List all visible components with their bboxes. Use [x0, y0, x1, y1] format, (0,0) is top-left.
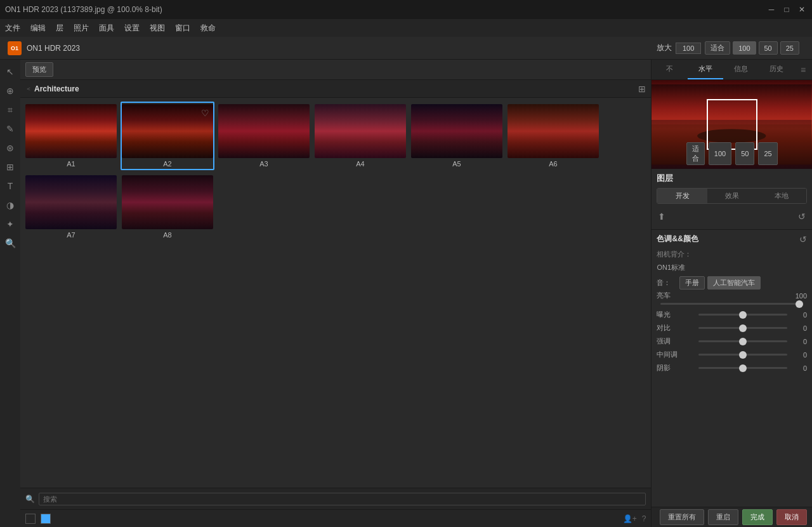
- shadow-row: 阴影 0: [657, 363, 807, 373]
- minimap-50-button[interactable]: 50: [735, 142, 754, 165]
- tone-row: 音： 手册 人工智能汽车: [657, 276, 807, 290]
- cancel-button[interactable]: 取消: [776, 509, 807, 525]
- midtone-slider-track[interactable]: [698, 354, 787, 356]
- layers-reset-icon[interactable]: ↺: [797, 210, 807, 223]
- help-icon[interactable]: ?: [642, 514, 646, 523]
- minimap-25-button[interactable]: 25: [758, 142, 777, 165]
- tab-info[interactable]: 信息: [723, 60, 759, 79]
- tab-horizontal[interactable]: 水平: [688, 60, 723, 79]
- menu-layer[interactable]: 层: [56, 23, 63, 34]
- tool-text[interactable]: T: [3, 179, 17, 193]
- menu-edit[interactable]: 编辑: [30, 23, 46, 34]
- highlight-slider-thumb[interactable]: [739, 338, 747, 345]
- close-button[interactable]: ✕: [797, 4, 807, 15]
- minimap-buttons: 适合 100 50 25: [686, 142, 778, 165]
- layers-tab-develop[interactable]: 开发: [657, 189, 707, 203]
- preset-item-a3[interactable]: A3: [217, 102, 311, 170]
- breadcrumb-bar: ＜ Architecture ⊞: [20, 80, 651, 98]
- midtone-label: 中间调: [657, 350, 695, 359]
- add-user-icon[interactable]: 👤+: [623, 514, 637, 523]
- midtone-slider-thumb[interactable]: [739, 351, 747, 359]
- bottom-icon-2[interactable]: [41, 514, 51, 524]
- tool-search[interactable]: 🔍: [3, 236, 17, 250]
- tab-none[interactable]: 不: [652, 60, 687, 79]
- zoom-input[interactable]: [676, 43, 701, 54]
- panel-settings-icon[interactable]: ≡: [794, 60, 812, 79]
- preset-label-a1: A1: [67, 160, 75, 168]
- tool-retouch[interactable]: ✦: [3, 217, 17, 231]
- brightness-slider-track[interactable]: [660, 303, 803, 305]
- tool-cursor[interactable]: ↖: [3, 65, 17, 79]
- zoom-label: 放大: [657, 43, 672, 53]
- menu-view[interactable]: 视图: [150, 23, 165, 34]
- preset-item-a1[interactable]: A1: [24, 102, 118, 170]
- preset-item-a2[interactable]: ♡ A2: [121, 102, 214, 170]
- menu-window[interactable]: 窗口: [175, 23, 190, 34]
- zoom-50-button[interactable]: 50: [759, 41, 778, 55]
- layers-upload-icon[interactable]: ⬆: [657, 210, 667, 223]
- tool-transform[interactable]: ⊕: [3, 84, 17, 98]
- panel-area: ↖ ⊕ ⌗ ✎ ⊛ ⊞ T ◑ ✦ 🔍 预览 ＜ Architecture ⊞: [0, 60, 651, 527]
- zoom-100-button[interactable]: 100: [733, 41, 756, 55]
- preset-label-a7: A7: [67, 231, 75, 239]
- done-button[interactable]: 完成: [742, 509, 773, 525]
- tool-healing[interactable]: ⊛: [3, 141, 17, 155]
- menu-settings[interactable]: 设置: [124, 23, 140, 34]
- layers-tab-local[interactable]: 本地: [757, 189, 806, 203]
- menu-mask[interactable]: 面具: [99, 23, 114, 34]
- heart-icon: ♡: [201, 108, 209, 118]
- preview-button[interactable]: 预览: [25, 62, 53, 77]
- highlight-row: 强调 0: [657, 337, 807, 346]
- tone-manual-button[interactable]: 手册: [679, 276, 705, 290]
- preset-item-a4[interactable]: A4: [313, 102, 407, 170]
- color-section-reset-icon[interactable]: ↺: [799, 234, 807, 244]
- bottom-bar: 👤+ ?: [20, 509, 651, 527]
- tab-history[interactable]: 历史: [759, 60, 794, 79]
- preset-label-a3: A3: [259, 160, 268, 168]
- bottom-icon-1[interactable]: [25, 514, 36, 524]
- tool-brush[interactable]: ✎: [3, 122, 17, 136]
- search-input[interactable]: [39, 493, 646, 505]
- preset-item-a8[interactable]: A8: [121, 173, 214, 241]
- zoom-fit-button[interactable]: 适合: [705, 41, 730, 55]
- menu-help[interactable]: 救命: [200, 23, 216, 34]
- zoom-section: 放大 适合 100 50 25: [657, 41, 799, 55]
- preset-item-a5[interactable]: A5: [410, 102, 504, 170]
- search-bar: 🔍: [20, 488, 651, 509]
- tool-clone[interactable]: ⊞: [3, 160, 17, 174]
- grid-view-icon[interactable]: ⊞: [638, 84, 646, 94]
- breadcrumb[interactable]: ＜ Architecture: [25, 84, 79, 93]
- minimap-fit-button[interactable]: 适合: [686, 142, 705, 165]
- shadow-slider-thumb[interactable]: [739, 364, 747, 372]
- zoom-25-button[interactable]: 25: [780, 41, 799, 55]
- preset-label-a5: A5: [452, 160, 461, 168]
- preset-label-a6: A6: [549, 160, 557, 168]
- preset-item-a6[interactable]: A6: [506, 102, 600, 170]
- reset-all-button[interactable]: 重置所有: [660, 509, 704, 525]
- minimap-100-button[interactable]: 100: [709, 142, 731, 165]
- brightness-slider-thumb[interactable]: [796, 300, 803, 308]
- exposure-slider-thumb[interactable]: [739, 311, 747, 319]
- brightness-value: 100: [796, 292, 807, 300]
- contrast-row: 对比 0: [657, 323, 807, 333]
- layers-tab-effects[interactable]: 效果: [707, 189, 757, 203]
- minimap: 适合 100 50 25: [652, 80, 812, 169]
- highlight-slider-track[interactable]: [698, 340, 787, 342]
- tone-auto-button[interactable]: 人工智能汽车: [707, 276, 761, 290]
- right-tabs: 不 水平 信息 历史 ≡: [652, 60, 812, 80]
- preset-thumbnail-a6: [508, 104, 599, 158]
- highlight-value: 0: [791, 338, 807, 345]
- maximize-button[interactable]: □: [782, 4, 792, 15]
- contrast-slider-thumb[interactable]: [739, 324, 747, 332]
- breadcrumb-folder: Architecture: [34, 84, 79, 93]
- tool-mask[interactable]: ◑: [3, 198, 17, 212]
- reset-button[interactable]: 重启: [708, 509, 738, 525]
- shadow-slider-track[interactable]: [698, 367, 787, 369]
- minimize-button[interactable]: ─: [766, 4, 776, 15]
- tool-crop[interactable]: ⌗: [3, 103, 17, 117]
- menu-file[interactable]: 文件: [5, 23, 20, 34]
- preset-item-a7[interactable]: A7: [24, 173, 118, 241]
- exposure-slider-track[interactable]: [698, 314, 787, 316]
- contrast-slider-track[interactable]: [698, 327, 787, 329]
- menu-photo[interactable]: 照片: [74, 23, 89, 34]
